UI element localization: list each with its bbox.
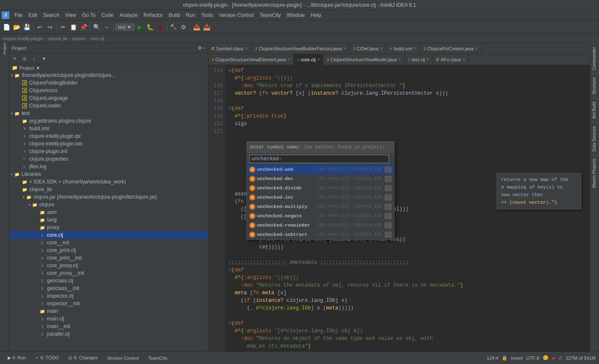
build-btn[interactable]: 🔨 [169, 22, 178, 32]
tree-item-28[interactable]: λgenclass__init [9, 285, 208, 292]
tab-afn[interactable]: C AFn.class × [433, 54, 469, 65]
menu-analyze[interactable]: Analyze [117, 11, 140, 19]
menu-vcs[interactable]: Version Control [216, 11, 256, 19]
tree-item-33[interactable]: λmain__init [9, 323, 208, 330]
vcs-tab[interactable]: Version Control [102, 354, 143, 362]
menu-file[interactable]: File [12, 11, 25, 19]
locate-btn[interactable]: ◎ [20, 54, 29, 63]
tree-item-19[interactable]: 📁lang [9, 216, 208, 224]
tree-item-8[interactable]: Iclojure-intellij-plugin.ipr [9, 132, 208, 140]
bc-clojure[interactable]: clojure [72, 36, 86, 41]
menu-build[interactable]: Build [166, 11, 182, 19]
tab-cpsi[interactable]: J ClojurePsiCreator.java × [420, 43, 482, 54]
teamcity-tab[interactable]: TeamCity [144, 354, 172, 362]
tab-close-csvm[interactable]: × [398, 57, 401, 62]
tree-item-29[interactable]: λinspector.clj [9, 292, 208, 300]
sidebar-tab-ant[interactable]: Ant Build [590, 98, 599, 122]
ac-item-3[interactable]: ● unchecked-inc (in core.clj) clojure_li… [247, 193, 394, 202]
menu-teamcity[interactable]: TeamCity [257, 11, 283, 19]
tab-close-cidef[interactable]: × [380, 46, 383, 51]
code-content[interactable]: ⊟(def #^{:arglists '([x]) :doc "Return t… [225, 65, 590, 351]
tab-close-symbol[interactable]: × [245, 46, 248, 51]
debug-btn[interactable]: 🐛 [146, 22, 155, 32]
project-gear-icon[interactable]: ⚙ [198, 45, 202, 51]
tree-item-0[interactable]: ▾📁/home/ilya/work/clojure-plugin/lib/clo… [9, 71, 208, 79]
tab-close-buildxml[interactable]: × [414, 46, 417, 51]
tree-item-27[interactable]: λgenclass.clj [9, 277, 208, 285]
tree-item-34[interactable]: λparallel.clj [9, 330, 208, 338]
tab-close-csve[interactable]: × [287, 57, 290, 62]
menu-goto[interactable]: Go To [80, 11, 98, 19]
tree-item-21[interactable]: λcore.clj [9, 231, 208, 239]
expand-icon-5[interactable]: ▾ [11, 112, 13, 115]
tree-item-31[interactable]: 📁main [9, 307, 208, 315]
menu-run[interactable]: Run [183, 11, 198, 19]
find-btn[interactable]: 🔍 [92, 22, 101, 32]
menu-view[interactable]: View [63, 11, 79, 19]
tree-item-17[interactable]: ▾📁clojure [9, 201, 208, 208]
sidebar-tab-maven[interactable]: Maven Projects [590, 155, 599, 191]
tab-close-svbf[interactable]: × [343, 46, 346, 51]
tree-item-16[interactable]: ▾📁clojure.jar (/home/ilya/work/clojure-p… [9, 193, 208, 201]
menu-code[interactable]: Code [99, 11, 116, 19]
tab-close-cpsi[interactable]: × [475, 46, 478, 51]
run-btn[interactable]: ▶ [135, 22, 145, 32]
ac-item-0[interactable]: ● unchecked-add (in core.clj) clojure_li… [247, 165, 394, 174]
sidebar-tab-datasources[interactable]: Data Sources [590, 122, 599, 155]
tab-close-test[interactable]: × [427, 57, 429, 62]
menu-search[interactable]: Search [41, 11, 62, 19]
tree-item-26[interactable]: λcore_proxy__init [9, 269, 208, 277]
project-minimize-icon[interactable]: − [203, 45, 205, 51]
tab-clojure-svbf[interactable]: J ClojureStructureViewBuilderFactory.jav… [251, 43, 350, 54]
tree-item-7[interactable]: Xbuild.xml [9, 125, 208, 132]
open-btn[interactable]: 📂 [12, 22, 21, 32]
bc-jar[interactable]: clojure.jar [47, 36, 68, 41]
tree-item-14[interactable]: 📁< IDEA SDK > (/home/ilya/work/idea_work… [9, 178, 208, 186]
stop-btn[interactable]: ■ [156, 22, 165, 32]
sidebar-tab-structure[interactable]: Structure [590, 74, 599, 98]
view-dropdown-icon[interactable]: ▼ [36, 66, 40, 71]
tab-symbol-class[interactable]: C Symbol.class × [208, 43, 251, 54]
ac-item-5[interactable]: ● unchecked-negate (in core.clj) clojure… [247, 211, 394, 221]
bc-plugin[interactable]: clojure-intellij-plugin [3, 36, 44, 41]
tree-item-10[interactable]: Iclojure-plugin.iml [9, 148, 208, 155]
tree-item-13[interactable]: ▾📁Libraries [9, 170, 208, 178]
menu-help[interactable]: Help [308, 11, 324, 19]
tree-item-5[interactable]: ▾📁test [9, 109, 208, 117]
copy-btn[interactable]: 📋 [69, 22, 78, 32]
expand-icon-0[interactable]: ▾ [11, 74, 13, 77]
tab-core-clj[interactable]: λ core.clj × [294, 54, 323, 65]
tree-item-23[interactable]: λcore_print.clj [9, 246, 208, 254]
tree-item-25[interactable]: λcore_proxy.clj [9, 262, 208, 269]
new-btn[interactable]: 📄 [2, 22, 11, 32]
run-config[interactable]: test ▼ [115, 24, 135, 30]
app-icon[interactable]: J [2, 11, 9, 19]
replace-btn[interactable]: ↔ [102, 22, 111, 32]
cut-btn[interactable]: ✂ [58, 22, 68, 32]
expand-icon-17[interactable]: ▾ [29, 203, 30, 207]
sidebar-tab-commander[interactable]: Commander [590, 43, 599, 74]
collapse-all-btn[interactable]: ≡ [10, 54, 19, 63]
code-editor[interactable]: 114 115 116 117 118 119 120 121 122 123 … [208, 65, 590, 351]
todo-tab[interactable]: ✓ 6: TODO [31, 353, 63, 362]
menu-window[interactable]: Window [284, 11, 307, 19]
tree-item-11[interactable]: Pclojure.properties [9, 155, 208, 163]
autocomplete-input[interactable] [249, 155, 389, 163]
menu-edit[interactable]: Edit [26, 11, 40, 19]
ac-item-6[interactable]: ● unchecked-remainder (in core.clj) cloj… [247, 221, 394, 230]
paste-btn[interactable]: 📌 [79, 22, 88, 32]
tab-cidef[interactable]: J CIDef.java × [350, 43, 386, 54]
redo-btn[interactable]: ↪ [45, 22, 55, 32]
ac-item-4[interactable]: ● unchecked-multiply (in core.clj) cloju… [247, 202, 394, 211]
expand-icon-16[interactable]: ▾ [23, 195, 25, 199]
filter-btn[interactable]: ▼ [39, 54, 49, 63]
tree-item-22[interactable]: λcore__init [9, 239, 208, 246]
undo-btn[interactable]: ↩ [35, 22, 44, 32]
tab-csvm[interactable]: J ClojureStructureViewModel.java × [323, 54, 405, 65]
menu-tools[interactable]: Tools [199, 11, 215, 19]
tree-item-1[interactable]: JClojureFoldingBuilder [9, 79, 208, 87]
tab-close-core[interactable]: × [317, 57, 320, 62]
view-selector[interactable]: 📁 Project ▼ [9, 64, 208, 71]
tree-item-18[interactable]: 📁asm [9, 208, 208, 216]
tree-item-9[interactable]: Iclojure-intellij-plugin.iws [9, 140, 208, 148]
